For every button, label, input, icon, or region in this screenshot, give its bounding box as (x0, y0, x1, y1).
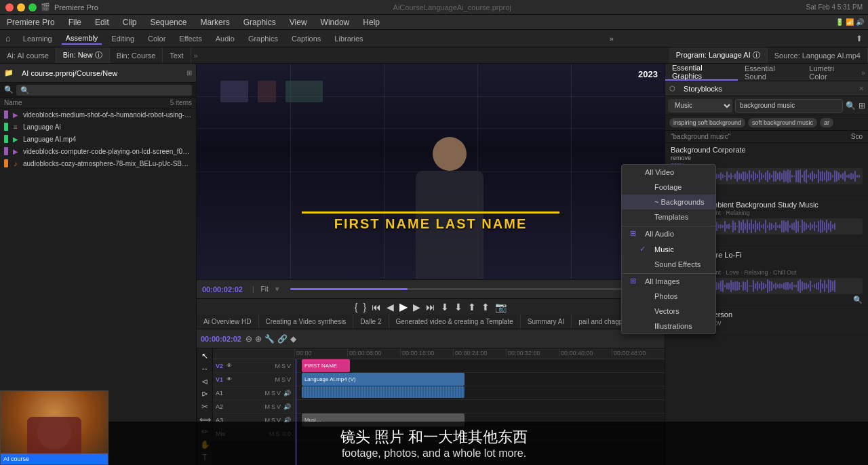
tc-v[interactable]: V (277, 390, 281, 397)
select-tool[interactable]: ↖ (198, 351, 212, 361)
file-item[interactable]: ≡ Language Ai (0, 121, 196, 133)
sidebar-tab-ai[interactable]: AI course.prproj/Course/New (18, 68, 121, 79)
minimize-button[interactable] (17, 3, 25, 12)
tc-s[interactable]: S (281, 363, 285, 369)
ws-tab-captions[interactable]: Captions (288, 33, 325, 44)
tc-v[interactable]: V (287, 363, 291, 369)
extract-button[interactable]: ⬆ (481, 302, 490, 312)
pill-soft-bg[interactable]: soft background music (748, 118, 817, 127)
tl-zoom-out[interactable]: ⊖ (245, 334, 252, 344)
ws-tab-editing[interactable]: Editing (107, 33, 138, 44)
search-type-dropdown[interactable]: Music All Video Footage Backgrounds Temp… (668, 99, 732, 113)
import-button[interactable]: ⬆ (856, 34, 863, 43)
panel-tab-bin-new[interactable]: Bin: New ⓘ (56, 47, 110, 63)
mark-out-button[interactable]: } (363, 302, 367, 312)
dm-footage[interactable]: Footage (665, 180, 715, 195)
tc-m[interactable]: M (275, 376, 280, 383)
go-to-in-button[interactable]: ⏮ (372, 302, 381, 312)
dm-illustrations[interactable]: Illustrations (665, 319, 715, 333)
seq-tab-summary[interactable]: Summary AI (521, 315, 572, 329)
playback-progress[interactable] (290, 288, 627, 290)
seq-tab-generated[interactable]: Generated video & creating a Template (389, 315, 521, 329)
menu-graphics[interactable]: Graphics (241, 18, 279, 27)
step-forward-button[interactable]: ▶ (413, 302, 420, 312)
menu-premiere-pro[interactable]: Premiere Pro (4, 18, 58, 27)
tc-v[interactable]: V (277, 403, 281, 410)
tc-v[interactable]: V (287, 376, 291, 383)
sb-tab-storyblocks[interactable]: Storyblocks (679, 83, 726, 94)
search-submit-button[interactable]: 🔍 (846, 101, 856, 110)
track-select-tool[interactable]: ↔ (198, 364, 212, 374)
rp-tab-essential-graphics[interactable]: Essential Graphics (665, 64, 738, 81)
tc-m[interactable]: M (264, 390, 270, 397)
menu-markers[interactable]: Markers (197, 18, 232, 27)
close-button[interactable] (5, 3, 14, 12)
seq-tab-ai-overview[interactable]: Ai Overview HD (197, 315, 259, 329)
clip-first-name[interactable]: FIRST NAME (302, 359, 350, 372)
menu-window[interactable]: Window (318, 18, 353, 27)
track-eye[interactable]: 👁 (226, 376, 232, 382)
dm-music[interactable]: ✓ Music (665, 241, 715, 257)
dm-photos[interactable]: Photos (665, 289, 715, 304)
go-to-out-button[interactable]: ⏭ (426, 302, 435, 312)
step-back-button[interactable]: ◀ (387, 302, 394, 312)
play-button[interactable]: ▶ (399, 300, 408, 313)
panel-tab-text[interactable]: Text (163, 47, 191, 63)
razor-tool[interactable]: ✂ (198, 402, 212, 412)
tl-wrench[interactable]: 🔧 (264, 334, 275, 344)
menu-clip[interactable]: Clip (120, 18, 140, 27)
tc-s[interactable]: S (271, 390, 275, 397)
panel-tab-source[interactable]: Source: Language AI.mp4 (768, 47, 868, 63)
file-item[interactable]: ▶ Language AI.mp4 (0, 133, 196, 145)
sidebar-list-icon[interactable]: ⊞ (186, 69, 192, 77)
lift-button[interactable]: ⬆ (468, 302, 476, 312)
search-input[interactable] (16, 85, 192, 96)
storyblocks-search-input[interactable] (735, 99, 843, 113)
tc-m[interactable]: M (264, 403, 270, 410)
rp-tab-lumetri[interactable]: Lumetri Color (802, 64, 859, 81)
grid-view-button[interactable]: ⊞ (859, 101, 865, 110)
dm-all-audio[interactable]: ⊞ All Audio (665, 226, 715, 241)
tc-s[interactable]: S (281, 376, 285, 383)
ws-tab-audio[interactable]: Audio (212, 33, 239, 44)
dm-backgrounds[interactable]: ~ Backgrounds (665, 195, 715, 209)
clip-language-ai-a[interactable] (302, 386, 465, 398)
dm-templates[interactable]: Templates (665, 209, 715, 224)
clip-language-ai-v[interactable]: Language AI.mp4 (V) (302, 373, 465, 386)
pill-inspiring[interactable]: inspiring soft background (669, 118, 745, 127)
rolling-tool[interactable]: ⊳ (198, 389, 212, 399)
ws-tab-color[interactable]: Color (144, 33, 170, 44)
overwrite-button[interactable]: ⬇ (454, 302, 462, 312)
home-icon[interactable]: ⌂ (5, 33, 11, 43)
dm-all-video[interactable]: All Video (665, 165, 715, 180)
sort-label[interactable]: Sco (851, 133, 863, 140)
tl-marker[interactable]: ◆ (290, 334, 296, 344)
ripple-tool[interactable]: ⊲ (198, 376, 212, 386)
dm-sound-effects[interactable]: Sound Effects (665, 257, 715, 272)
file-item[interactable]: ▶ videoblocks-medium-shot-of-a-humanoid-… (0, 108, 196, 121)
export-frame-button[interactable]: 📷 (495, 302, 507, 312)
ws-tab-learning[interactable]: Learning (19, 33, 56, 44)
rp-more[interactable]: » (859, 68, 868, 77)
dm-all-images[interactable]: ⊞ All Images (665, 273, 715, 289)
rp-tab-essential-sound[interactable]: Essential Sound (738, 64, 802, 81)
track-eye[interactable]: 👁 (226, 363, 232, 369)
panel-tab-program[interactable]: Program: Language AI ⓘ (669, 47, 768, 63)
panel-tab-ai-course[interactable]: Ai: AI course (0, 47, 56, 63)
ws-tab-effects[interactable]: Effects (175, 33, 205, 44)
tl-magnet[interactable]: 🔗 (277, 334, 288, 344)
menu-file[interactable]: File (66, 18, 84, 27)
add-to-project-button[interactable]: 🔍 (853, 296, 863, 304)
ws-tab-libraries[interactable]: Libraries (330, 33, 367, 44)
dm-vectors[interactable]: Vectors (665, 304, 715, 319)
ws-more-button[interactable]: » (606, 33, 618, 44)
menu-view[interactable]: View (287, 18, 310, 27)
mark-in-button[interactable]: { (355, 302, 358, 312)
fit-label[interactable]: Fit (261, 285, 269, 293)
menu-edit[interactable]: Edit (92, 18, 112, 27)
ws-tab-assembly[interactable]: Assembly (62, 33, 102, 45)
insert-button[interactable]: ⬇ (441, 302, 449, 312)
file-item[interactable]: ♪ audioblocks-cozy-atmosphere-78-mix_BEL… (0, 157, 196, 169)
menu-help[interactable]: Help (360, 18, 382, 27)
pill-ar[interactable]: ar (820, 118, 833, 127)
